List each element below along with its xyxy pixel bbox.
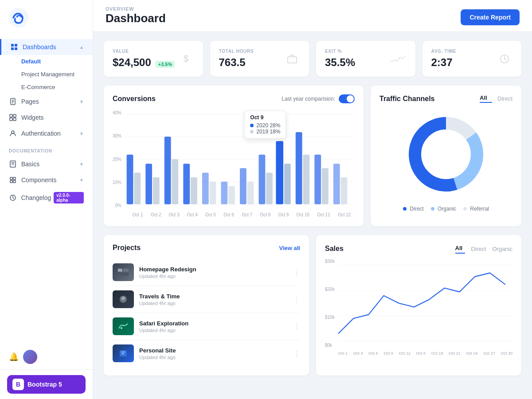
sidebar-item-authentication[interactable]: Authentication ▼: [0, 125, 93, 141]
sales-x-oct1: Oct 1: [338, 351, 348, 356]
svg-rect-1: [11, 44, 14, 47]
user-icon: [9, 129, 17, 137]
project-name-2: Safari Exploration: [139, 320, 288, 327]
legend-label-referral: Referral: [470, 206, 489, 212]
sales-y-10k: $10k: [325, 315, 335, 320]
traffic-tab-direct[interactable]: Direct: [497, 95, 512, 102]
sidebar-item-basics[interactable]: Basics ▼: [0, 156, 93, 172]
svg-rect-19: [10, 180, 12, 183]
svg-rect-39: [221, 182, 227, 204]
stat-exit-value: 35.5%: [325, 56, 355, 69]
svg-rect-41: [240, 168, 246, 204]
sales-x-oct21: Oct 21: [449, 351, 461, 356]
svg-rect-10: [13, 114, 16, 117]
stat-card-avgtime: AVG. TIME 2:37: [422, 41, 522, 77]
svg-rect-38: [210, 182, 216, 204]
sales-header: Sales All Direct Organic: [325, 244, 512, 254]
legend-direct: Direct: [403, 206, 424, 212]
briefcase-icon: [284, 51, 300, 67]
sidebar-sub-default[interactable]: Default: [0, 55, 93, 68]
project-info-3: Personal Site Updated 4hr ago: [139, 347, 288, 360]
sidebar-sub-project-management[interactable]: Project Management: [0, 68, 93, 81]
x-label-oct10: Oct 10: [297, 212, 309, 217]
svg-rect-47: [296, 132, 302, 204]
sales-x-oct24: Oct 24: [466, 351, 478, 356]
sidebar-item-changelog[interactable]: Changelog v2.0.0-alpha: [0, 188, 93, 207]
bottom-row: Projects View all Homepage Redesign Upda…: [104, 235, 521, 376]
project-updated-0: Updated 4hr ago: [139, 274, 288, 279]
view-all-link[interactable]: View all: [279, 245, 300, 251]
project-updated-3: Updated 4hr ago: [139, 355, 288, 360]
sidebar-item-components[interactable]: Components ▼: [0, 172, 93, 188]
sidebar-item-pages[interactable]: Pages ▼: [0, 94, 93, 110]
y-label-30: 30%: [113, 133, 121, 138]
traffic-tabs: All Direct: [480, 94, 512, 103]
stat-value-label: VALUE: [113, 49, 175, 54]
traffic-tab-all-label: All: [480, 94, 487, 101]
x-label-oct11: Oct 11: [317, 212, 330, 217]
toggle-knob: [347, 95, 354, 102]
authentication-label: Authentication: [21, 130, 79, 137]
create-report-button[interactable]: Create Report: [461, 9, 520, 25]
project-menu-0[interactable]: ⋮: [293, 268, 300, 277]
svg-rect-46: [284, 164, 291, 204]
auth-chevron: ▼: [79, 131, 84, 136]
last-year-toggle[interactable]: [339, 94, 355, 103]
svg-rect-33: [164, 137, 171, 204]
svg-rect-64: [121, 352, 125, 352]
project-menu-3[interactable]: ⋮: [293, 349, 300, 358]
project-menu-2[interactable]: ⋮: [293, 322, 300, 331]
changelog-badge: v2.0.0-alpha: [54, 192, 84, 203]
projects-title: Projects: [113, 244, 141, 252]
svg-rect-9: [10, 114, 12, 117]
svg-rect-48: [303, 155, 309, 204]
docs-section-label: Documentation: [0, 141, 93, 156]
legend-dot-organic: [431, 207, 434, 211]
sales-chart-with-axis: $30k $20k $10k $0k: [325, 259, 512, 356]
svg-rect-34: [172, 159, 178, 204]
svg-rect-32: [153, 177, 160, 204]
sales-tabs: All Direct Organic: [455, 244, 512, 254]
stat-card-value: VALUE $24,500 +3.5% $: [104, 41, 203, 77]
chart-tooltip: Oct 9 2020 28% 2019 18%: [244, 110, 286, 139]
bar-x-labels: Oct 1 Oct 2 Oct 3 Oct 4 Oct 5 Oct 6 Oct …: [113, 212, 355, 217]
bell-icon[interactable]: 🔔: [9, 352, 19, 362]
legend-label-organic: Organic: [438, 206, 456, 212]
sales-tab-direct[interactable]: Direct: [471, 246, 486, 252]
user-avatar[interactable]: [23, 350, 37, 364]
svg-rect-3: [11, 47, 14, 50]
svg-rect-18: [13, 177, 16, 180]
traffic-tab-all[interactable]: All: [480, 94, 492, 103]
svg-rect-4: [15, 47, 17, 50]
header-title-area: Overview Dashboard: [106, 6, 166, 25]
svg-rect-42: [247, 182, 254, 204]
grid-icon: [10, 43, 18, 51]
tooltip-2020-label: 2020 28%: [256, 122, 280, 129]
sidebar-bottom-notif: 🔔: [0, 343, 93, 369]
project-thumb-2: [113, 317, 134, 335]
project-item-2: Safari Exploration Updated 4hr ago ⋮: [113, 313, 300, 340]
project-name-0: Homepage Redesign: [139, 266, 288, 273]
x-label-oct1: Oct 1: [133, 212, 143, 217]
sidebar-item-widgets[interactable]: Widgets: [0, 110, 93, 125]
sales-tab-organic[interactable]: Organic: [492, 246, 512, 252]
stat-avgtime-value: 2:37: [431, 56, 457, 69]
basics-chevron: ▼: [79, 162, 84, 167]
project-menu-1[interactable]: ⋮: [293, 295, 300, 304]
sidebar-sub-ecommerce[interactable]: E-Commerce: [0, 81, 93, 94]
sales-tab-all[interactable]: All: [455, 244, 465, 254]
project-info-0: Homepage Redesign Updated 4hr ago: [139, 266, 288, 279]
sales-tab-all-label: All: [455, 245, 463, 251]
sales-y-30k: $30k: [325, 259, 335, 264]
svg-rect-12: [13, 118, 16, 121]
svg-rect-17: [10, 177, 12, 180]
bootstrap-badge-area: B Bootstrap 5: [0, 369, 93, 399]
logo-area: [0, 0, 93, 35]
sidebar-item-dashboards[interactable]: Dashboards ▲: [0, 39, 93, 55]
bar-chart-container: Oct 9 2020 28% 2019 18%: [125, 110, 355, 210]
traffic-tab-underline: [480, 102, 492, 103]
sales-x-oct9: Oct 9: [383, 351, 393, 356]
tooltip-2019-label: 2019 18%: [256, 129, 280, 135]
widgets-label: Widgets: [21, 114, 84, 121]
svg-rect-51: [333, 164, 340, 204]
